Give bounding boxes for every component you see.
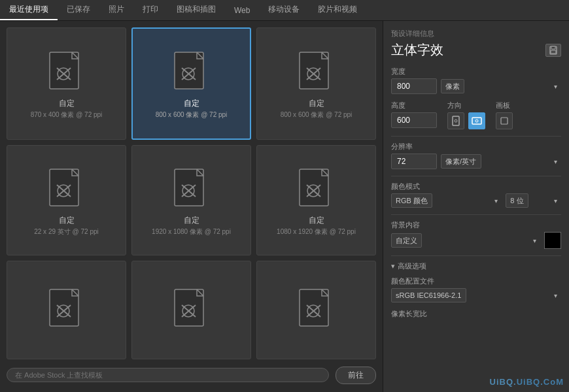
tab-照片[interactable]: 照片 (99, 0, 133, 20)
preset-desc: 800 x 600 像素 @ 72 ppi (281, 110, 353, 120)
svg-rect-0 (50, 52, 78, 89)
main-layout: 自定870 x 400 像素 @ 72 ppi 自定800 x 600 像素 @… (0, 21, 569, 392)
color-profile-field: 颜色配置文件 sRGB IEC61966-2.1 (391, 276, 561, 302)
resolution-field: 分辨率 像素/英寸 (391, 142, 561, 169)
svg-rect-8 (300, 52, 328, 89)
preset-card[interactable] (256, 261, 376, 359)
right-panel: 预设详细信息 立体字效 宽度 像素 (383, 21, 569, 392)
svg-rect-39 (453, 116, 459, 125)
watermark: UiBQ.UiBQ.CoM (490, 376, 564, 387)
width-unit-select[interactable]: 像素 (441, 79, 464, 93)
divider-2 (391, 176, 561, 176)
svg-rect-32 (300, 289, 328, 326)
svg-rect-20 (300, 169, 328, 206)
height-field: 高度 方向 (391, 101, 561, 129)
divider-3 (391, 214, 561, 215)
preset-name: 自定 (309, 98, 324, 109)
svg-rect-16 (175, 169, 203, 206)
pixel-ratio-label: 像素长宽比 (391, 309, 561, 319)
width-label: 宽度 (391, 67, 561, 76)
preset-name: 自定 (184, 215, 199, 226)
goto-button[interactable]: 前往 (336, 367, 376, 384)
tab-图稿和插图[interactable]: 图稿和插图 (167, 0, 225, 20)
bg-content-select[interactable]: 自定义 (391, 233, 422, 248)
save-preset-button[interactable] (545, 44, 561, 57)
resolution-unit-wrapper: 像素/英寸 (441, 154, 561, 169)
preset-card[interactable] (7, 261, 126, 359)
color-profile-select[interactable]: sRGB IEC61966-2.1 (391, 288, 466, 302)
tab-移动设备[interactable]: 移动设备 (259, 0, 309, 20)
svg-rect-28 (175, 289, 203, 326)
preset-desc: 22 x 29 英寸 @ 72 ppi (34, 227, 99, 237)
watermark-text: UiBQ.UiBQ.CoM (490, 376, 564, 387)
bottom-bar: 前往 (7, 359, 376, 385)
preset-card[interactable]: 自定22 x 29 英寸 @ 72 ppi (7, 145, 126, 256)
svg-point-40 (455, 120, 457, 122)
artboard-button[interactable] (496, 112, 513, 129)
preset-name: 自定 (184, 98, 199, 109)
preset-card[interactable] (131, 261, 251, 359)
svg-rect-12 (50, 169, 78, 206)
resolution-label: 分辨率 (391, 142, 561, 152)
resolution-input[interactable] (391, 154, 437, 169)
color-depth-wrapper: 8 位 (506, 193, 561, 208)
divider-1 (391, 136, 561, 137)
tab-打印[interactable]: 打印 (133, 0, 167, 20)
search-input[interactable] (7, 368, 329, 382)
svg-rect-38 (551, 50, 556, 54)
orientation-row (447, 112, 485, 129)
color-depth-select[interactable]: 8 位 (506, 193, 528, 208)
resolution-unit-select[interactable]: 像素/英寸 (441, 154, 481, 169)
preset-desc: 1080 x 1920 像素 @ 72 ppi (277, 227, 356, 237)
width-field: 宽度 像素 (391, 67, 561, 94)
preset-title-text: 立体字效 (391, 41, 443, 59)
height-input[interactable] (391, 112, 437, 128)
preset-card[interactable]: 自定1920 x 1080 像素 @ 72 ppi (131, 145, 251, 256)
advanced-chevron: ▾ (391, 262, 395, 270)
preset-card[interactable]: 自定870 x 400 像素 @ 72 ppi (7, 27, 126, 140)
tab-胶片和视频[interactable]: 胶片和视频 (309, 0, 366, 20)
width-input[interactable] (391, 78, 437, 94)
bg-color-swatch[interactable] (544, 232, 561, 249)
svg-rect-4 (175, 52, 203, 89)
tab-最近使用项[interactable]: 最近使用项 (0, 0, 58, 20)
section-label: 预设详细信息 (391, 29, 561, 39)
tab-已保存[interactable]: 已保存 (58, 0, 99, 20)
svg-rect-37 (551, 46, 555, 49)
preset-name: 自定 (59, 98, 75, 109)
pixel-ratio-field: 像素长宽比 (391, 309, 561, 319)
svg-point-42 (475, 120, 478, 122)
color-profile-wrapper: sRGB IEC61966-2.1 (391, 288, 561, 302)
orientation-label: 方向 (447, 101, 485, 110)
preset-desc: 870 x 400 像素 @ 72 ppi (31, 110, 103, 120)
panel-title: 立体字效 (391, 41, 561, 59)
advanced-toggle[interactable]: ▾ 高级选项 (391, 261, 561, 271)
left-panel: 自定870 x 400 像素 @ 72 ppi 自定800 x 600 像素 @… (0, 21, 383, 392)
presets-grid: 自定870 x 400 像素 @ 72 ppi 自定800 x 600 像素 @… (7, 27, 376, 359)
tab-Web[interactable]: Web (225, 2, 259, 20)
landscape-button[interactable] (468, 112, 485, 129)
artboard-label: 画板 (496, 101, 513, 110)
color-mode-field: 颜色模式 RGB 颜色 8 位 (391, 182, 561, 208)
width-unit-wrapper: 像素 (441, 79, 561, 93)
svg-rect-24 (50, 289, 78, 326)
preset-card[interactable]: 自定800 x 600 像素 @ 72 ppi (256, 27, 376, 140)
preset-name: 自定 (309, 215, 324, 226)
height-label: 高度 (391, 101, 437, 110)
bg-content-wrapper: 自定义 (391, 233, 540, 248)
preset-card[interactable]: 自定800 x 600 像素 @ 72 ppi (131, 27, 251, 140)
preset-name: 自定 (59, 215, 75, 226)
color-mode-wrapper: RGB 颜色 (391, 193, 502, 208)
preset-desc: 1920 x 1080 像素 @ 72 ppi (152, 227, 231, 237)
advanced-label: 高级选项 (398, 261, 426, 271)
color-profile-label: 颜色配置文件 (391, 276, 561, 286)
svg-rect-41 (472, 118, 481, 124)
preset-desc: 800 x 600 像素 @ 72 ppi (156, 110, 228, 120)
portrait-button[interactable] (447, 112, 464, 129)
bg-content-field: 背景内容 自定义 (391, 220, 561, 249)
preset-card[interactable]: 自定1080 x 1920 像素 @ 72 ppi (256, 145, 376, 256)
bg-content-label: 背景内容 (391, 220, 561, 230)
color-mode-select[interactable]: RGB 颜色 (391, 193, 432, 208)
divider-4 (391, 255, 561, 256)
color-mode-label: 颜色模式 (391, 182, 561, 191)
